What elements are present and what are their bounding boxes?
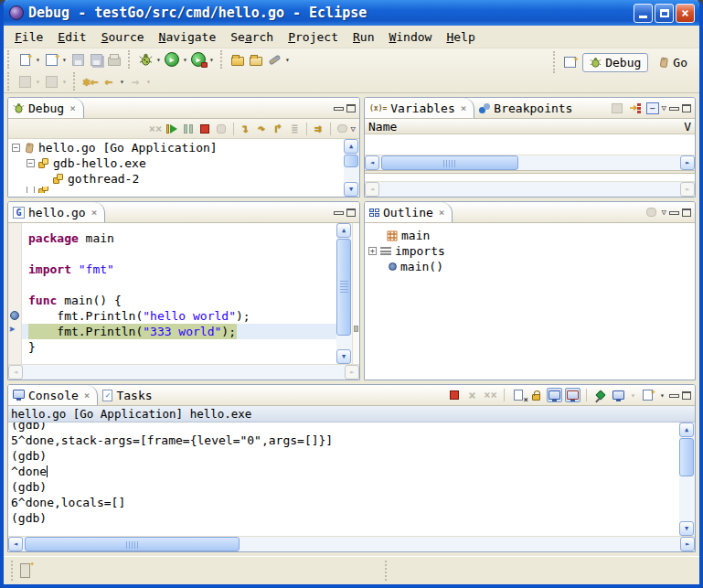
variables-detail-hscrollbar[interactable]: ◄ ► <box>365 181 695 197</box>
open-folder-button[interactable] <box>248 51 264 68</box>
search-dropdown[interactable]: ▾ <box>283 56 292 64</box>
run-dropdown[interactable]: ▾ <box>181 56 189 64</box>
debug-tree[interactable]: − hello.go [Go Application] − gdb-hello.… <box>8 139 359 197</box>
step-filters-button[interactable]: ⇉ <box>311 122 326 136</box>
debug-node-clipped[interactable] <box>8 187 344 193</box>
scroll-down-icon[interactable]: ▼ <box>336 349 351 364</box>
run-button[interactable]: ▶ <box>164 51 180 68</box>
debug-node-thread[interactable]: gothread-2 <box>8 171 344 187</box>
menu-source[interactable]: Source <box>94 28 152 46</box>
variables-detail-pane[interactable] <box>365 174 695 181</box>
perspective-go-button[interactable]: Go <box>652 54 694 71</box>
maximize-view-button[interactable] <box>682 208 691 217</box>
open-perspective-button[interactable]: ✦ <box>560 54 579 70</box>
open-console-dropdown[interactable]: ▾ <box>658 391 666 400</box>
collapse-all-button[interactable]: − <box>646 102 659 114</box>
minimize-button[interactable] <box>634 4 653 23</box>
scroll-up-icon[interactable]: ▲ <box>679 422 694 437</box>
minimize-view-button[interactable] <box>669 394 679 398</box>
show-type-names-button[interactable] <box>610 101 625 115</box>
pin-console-button[interactable] <box>592 388 608 402</box>
remove-launch-button[interactable]: × <box>464 388 480 402</box>
minimize-view-button[interactable] <box>669 107 679 111</box>
outline-tree[interactable]: main + imports main() <box>365 223 695 380</box>
breakpoint-icon[interactable] <box>10 311 19 320</box>
menu-project[interactable]: Project <box>281 28 346 46</box>
tab-debug[interactable]: Debug × <box>8 98 84 118</box>
tab-tasks[interactable]: ✓ Tasks <box>98 385 159 405</box>
back-dropdown[interactable]: ▾ <box>118 78 126 86</box>
display-console-dropdown[interactable]: ▾ <box>629 391 637 400</box>
step-return-button[interactable]: ↱ <box>271 122 286 136</box>
console-output[interactable]: (gdb) 5^done,stack-args=[frame={level="0… <box>8 422 679 536</box>
maximize-view-button[interactable] <box>682 104 691 112</box>
step-into-button[interactable]: ↴ <box>238 122 253 136</box>
resume-button[interactable] <box>165 122 180 136</box>
add-global-variables-button[interactable] <box>628 101 644 115</box>
editor-marker-bar[interactable]: ➤ <box>8 223 22 364</box>
new-dropdown[interactable]: ▾ <box>34 56 42 64</box>
console-vscrollbar[interactable]: ▲ ▼ <box>679 422 695 536</box>
suspend-button[interactable] <box>181 122 197 136</box>
close-tab-icon[interactable]: × <box>84 390 91 401</box>
focus-button[interactable] <box>644 205 659 219</box>
new-wizard-button[interactable]: ✦ <box>43 51 59 68</box>
restart-button[interactable] <box>335 122 350 136</box>
fast-view-button[interactable] <box>20 563 30 578</box>
code-area[interactable]: package main import "fmt" func main() { … <box>22 223 336 364</box>
instruction-stepping-button[interactable]: ≣ <box>287 122 303 136</box>
external-tools-button[interactable]: ▶ <box>190 51 207 68</box>
close-tab-icon[interactable]: × <box>69 102 76 114</box>
terminate-console-button[interactable] <box>446 388 462 402</box>
view-menu-icon[interactable]: ▽ <box>351 124 356 134</box>
editor-hscrollbar[interactable]: ◄ ► <box>8 364 359 380</box>
back-button[interactable]: ← <box>101 73 117 90</box>
debug-button[interactable] <box>137 51 154 68</box>
menu-help[interactable]: Help <box>439 28 482 46</box>
step-over-button[interactable]: ↷ <box>254 122 270 136</box>
outline-item-package[interactable]: main <box>365 228 695 243</box>
close-tab-icon[interactable]: × <box>91 207 98 219</box>
overview-ruler[interactable] <box>352 223 359 364</box>
perspective-debug-button[interactable]: Debug <box>582 53 648 72</box>
next-annotation-dropdown[interactable]: ▾ <box>34 78 42 86</box>
menu-navigate[interactable]: Navigate <box>152 28 224 46</box>
minimize-view-button[interactable] <box>669 211 679 215</box>
terminate-button[interactable] <box>197 122 213 136</box>
expand-icon[interactable]: + <box>368 247 377 255</box>
scroll-left-icon[interactable]: ◄ <box>8 537 23 551</box>
outline-item-main-func[interactable]: main() <box>365 259 695 274</box>
save-button[interactable] <box>69 51 86 68</box>
open-console-button[interactable]: ✦ <box>640 388 655 402</box>
tab-variables[interactable]: (x)= Variables × <box>365 98 474 118</box>
show-stderr-button[interactable] <box>565 388 581 402</box>
scroll-right-icon[interactable]: ► <box>680 155 695 170</box>
maximize-view-button[interactable] <box>682 391 691 400</box>
tab-outline[interactable]: Outline × <box>365 202 453 222</box>
debug-node-process[interactable]: − gdb-hello.exe <box>8 155 344 171</box>
outline-item-imports[interactable]: + imports <box>365 243 695 259</box>
debug-node-launch[interactable]: − hello.go [Go Application] <box>8 140 344 155</box>
debug-dropdown[interactable]: ▾ <box>154 56 163 64</box>
previous-annotation-button[interactable] <box>43 73 59 90</box>
menu-edit[interactable]: Edit <box>50 28 93 46</box>
remove-terminated-button[interactable]: ×× <box>148 122 164 136</box>
debug-tree-scrollbar[interactable]: ▲ ▼ <box>344 139 359 197</box>
menu-file[interactable]: File <box>7 28 50 46</box>
menu-window[interactable]: Window <box>381 28 439 46</box>
previous-annotation-dropdown[interactable]: ▾ <box>60 78 69 86</box>
close-tab-icon[interactable]: × <box>461 102 467 114</box>
open-resource-button[interactable] <box>229 51 246 68</box>
scroll-left-icon[interactable]: ◄ <box>365 155 379 170</box>
minimize-view-button[interactable] <box>334 107 344 111</box>
remove-all-launches-button[interactable]: ×× <box>483 388 498 402</box>
scroll-up-icon[interactable]: ▲ <box>344 139 358 154</box>
close-tab-icon[interactable]: × <box>439 207 445 219</box>
maximize-view-button[interactable] <box>346 208 356 217</box>
collapse-icon[interactable]: − <box>27 159 35 167</box>
maximize-button[interactable] <box>655 4 674 23</box>
scroll-up-icon[interactable]: ▲ <box>336 223 351 238</box>
menu-run[interactable]: Run <box>346 28 381 46</box>
clear-console-button[interactable]: × <box>510 388 526 402</box>
view-menu-icon[interactable]: ▽ <box>662 208 666 217</box>
